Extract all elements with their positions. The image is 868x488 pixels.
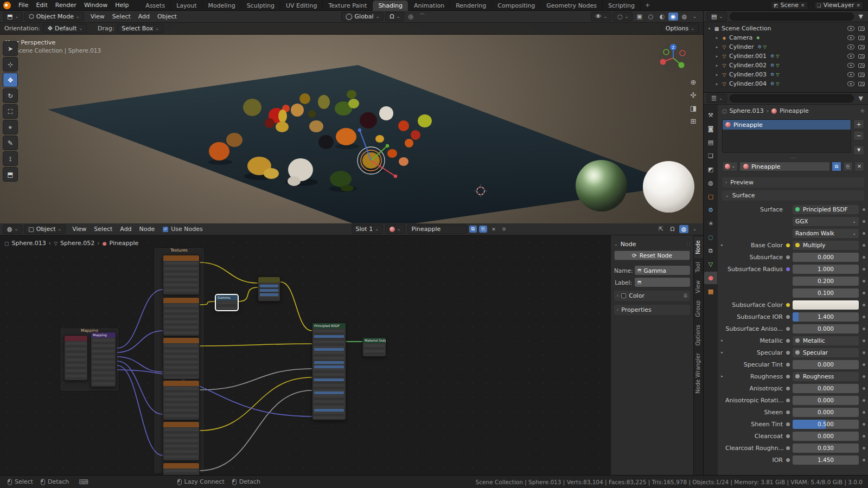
workspace-tab[interactable]: Compositing: [492, 1, 541, 11]
viewport-3d[interactable]: User Perspective (0) Scene Collection | …: [0, 23, 703, 223]
parent-navigate-icon[interactable]: ⇱: [656, 225, 666, 233]
animate-property-icon[interactable]: [863, 232, 865, 235]
disable-render-icon[interactable]: [858, 63, 865, 68]
node-name-field[interactable]: ⬒ Gamma: [635, 266, 690, 275]
material-name-field-header[interactable]: Pineapple: [407, 224, 467, 234]
expand-property-icon[interactable]: ▸: [719, 350, 725, 355]
hide-viewport-icon[interactable]: [847, 44, 854, 49]
animate-property-icon[interactable]: [863, 459, 865, 461]
shading-material-preview-icon[interactable]: ◉: [668, 12, 678, 21]
property-field[interactable]: 0.000: [793, 432, 859, 441]
socket-link-icon[interactable]: [786, 267, 790, 271]
animate-property-icon[interactable]: [863, 351, 865, 354]
properties-filter-icon[interactable]: ▼: [857, 94, 865, 102]
socket-link-icon[interactable]: [786, 422, 790, 426]
animate-property-icon[interactable]: [863, 339, 865, 342]
hide-viewport-icon[interactable]: [847, 35, 854, 40]
property-field[interactable]: 0.000: [793, 408, 859, 417]
workspace-tab[interactable]: Rendering: [450, 1, 492, 11]
disable-render-icon[interactable]: [858, 36, 865, 40]
viewport-nav-icon[interactable]: ⊞: [690, 117, 697, 125]
node-panel-header[interactable]: ⌄Node⸬: [614, 239, 690, 249]
property-field[interactable]: 0.200: [793, 277, 859, 286]
menu-item[interactable]: Object: [154, 12, 181, 21]
shader-editor-canvas[interactable]: ▢ Sphere.013 › ▽ Sphere.052 › ● Pineappl…: [0, 235, 703, 475]
orientation-dropdown[interactable]: ✥Default⌄: [43, 24, 87, 33]
expand-icon[interactable]: ▸: [713, 45, 720, 49]
animate-property-icon[interactable]: [863, 363, 865, 366]
shading-rendered-icon[interactable]: ◍: [680, 12, 690, 21]
node-image-texture-1[interactable]: [163, 255, 200, 295]
sidebar-tab[interactable]: View: [694, 277, 703, 297]
socket-link-icon[interactable]: [786, 351, 790, 355]
animate-property-icon[interactable]: [863, 411, 865, 414]
properties-tab[interactable]: ◙: [704, 123, 717, 135]
socket-link-icon[interactable]: [786, 410, 790, 414]
sidebar-tab[interactable]: Group: [694, 297, 703, 320]
expand-icon[interactable]: ▸: [713, 54, 720, 59]
animate-property-icon[interactable]: [863, 256, 865, 259]
property-field[interactable]: 0.000: [793, 360, 859, 369]
material-slot-dropdown[interactable]: Slot 1⌄: [352, 224, 383, 234]
node-image-texture-6[interactable]: [163, 463, 200, 475]
viewport-nav-icon[interactable]: ⊕: [690, 78, 697, 86]
show-gizmo-dropdown[interactable]: 👁⌄: [591, 12, 611, 21]
socket-link-icon[interactable]: [786, 387, 790, 390]
expand-icon[interactable]: ▸: [713, 36, 720, 40]
toolbar-button[interactable]: ⟟: [3, 151, 18, 166]
outliner-row[interactable]: ▾ ▦ Scene Collection: [704, 24, 868, 33]
expand-property-icon[interactable]: ▸: [719, 243, 725, 247]
unlink-material-button[interactable]: ✕: [854, 162, 864, 171]
color-menu-icon[interactable]: ☰: [684, 293, 687, 298]
properties-tab[interactable]: ⚙: [704, 204, 717, 216]
property-field[interactable]: 0.000: [793, 253, 859, 262]
use-nodes-checkbox[interactable]: ✓ Use Nodes: [163, 226, 203, 233]
sidebar-tab[interactable]: Node Wrangler: [694, 349, 703, 397]
outliner-row[interactable]: ▸ ▽ Cylinder.004 ⚙▽: [704, 79, 868, 88]
sidebar-tab[interactable]: Tool: [694, 258, 703, 276]
menu-item[interactable]: Select: [108, 12, 135, 21]
disable-render-icon[interactable]: [858, 73, 865, 77]
hide-viewport-icon[interactable]: [847, 81, 854, 86]
properties-tab[interactable]: ▽: [704, 258, 717, 271]
material-slot-list[interactable]: Pineapple: [722, 119, 851, 153]
property-field[interactable]: Multiply: [793, 241, 859, 250]
property-field[interactable]: Principled BSDF: [793, 205, 859, 214]
disable-render-icon[interactable]: [858, 82, 865, 86]
workspace-tab[interactable]: Layout: [171, 1, 202, 11]
workspace-tab[interactable]: Modeling: [203, 1, 241, 11]
toolbar-button[interactable]: ↻: [3, 88, 18, 103]
hide-viewport-icon[interactable]: [847, 54, 854, 59]
socket-link-icon[interactable]: [786, 327, 790, 331]
overlays-node-icon[interactable]: ◍: [679, 225, 689, 233]
animate-property-icon[interactable]: [863, 423, 865, 426]
material-nodes-icon[interactable]: ⧉: [469, 226, 477, 233]
property-field[interactable]: 0.000: [793, 324, 859, 333]
editor-type-button-shader[interactable]: ◍⌄: [3, 224, 22, 234]
toolbar-button[interactable]: ⌖: [3, 120, 18, 134]
add-material-slot-button[interactable]: +: [853, 119, 864, 129]
workspace-tab[interactable]: UV Editing: [280, 1, 323, 11]
properties-tab[interactable]: ⧉: [704, 245, 717, 257]
drag-dropdown[interactable]: Select Box⌄: [117, 24, 163, 33]
node-material-output[interactable]: Material Output: [362, 337, 386, 357]
snap-node-icon[interactable]: Ω: [668, 225, 676, 233]
property-field[interactable]: 0.500: [793, 420, 859, 429]
outliner-search-input[interactable]: [730, 12, 853, 21]
mode-dropdown[interactable]: ⬡Object Mode⌄: [24, 12, 84, 21]
animate-property-icon[interactable]: [863, 328, 865, 330]
browse-material-dropdown[interactable]: ⌄: [385, 224, 405, 234]
toolbar-button[interactable]: ➤: [3, 41, 18, 56]
pin-id-icon[interactable]: ⍟: [860, 107, 864, 114]
menu-item[interactable]: Select: [90, 224, 116, 234]
overlays-node-dropdown-icon[interactable]: ⌄: [691, 226, 699, 232]
property-field[interactable]: Roughness: [793, 372, 859, 381]
properties-tab[interactable]: ❏: [704, 150, 717, 162]
material-nodes-toggle[interactable]: ⧉: [832, 162, 841, 171]
property-field[interactable]: 1.400: [793, 312, 859, 322]
disable-render-icon[interactable]: [858, 45, 865, 49]
animate-property-icon[interactable]: [863, 292, 865, 294]
xray-toggle-icon[interactable]: ▣: [634, 12, 644, 21]
socket-link-icon[interactable]: [786, 315, 790, 319]
material-copy-icon[interactable]: ⎘: [479, 226, 487, 233]
